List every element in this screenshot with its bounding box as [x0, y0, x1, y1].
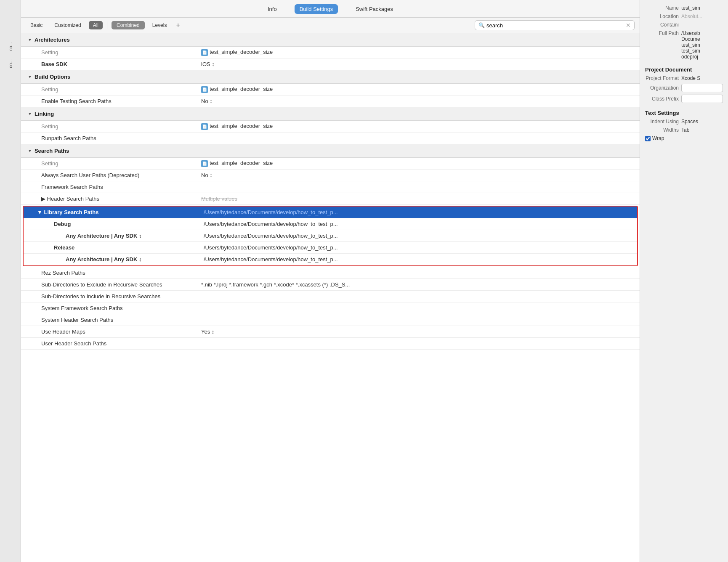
any-arch-sdk-release-label: Any Architecture | Any SDK ↕: [24, 256, 200, 262]
table-row[interactable]: Release /Users/bytedance/Documents/devel…: [24, 242, 637, 254]
enable-testing-value: No ↕: [198, 98, 640, 104]
framework-search-label: Framework Search Paths: [21, 184, 198, 190]
table-row[interactable]: System Framework Search Paths: [21, 302, 640, 314]
filter-divider: [107, 21, 107, 29]
table-row[interactable]: System Header Search Paths: [21, 314, 640, 326]
build-setting-label: Setting: [21, 86, 198, 93]
location-row: Location Absolut...: [645, 13, 723, 19]
table-row[interactable]: Use Header Maps Yes ↕: [21, 326, 640, 338]
class-prefix-label: Class Prefix: [645, 96, 679, 102]
section-build-options-title: Build Options: [35, 74, 70, 80]
subdir-include-label: Sub-Directories to Include in Recursive …: [21, 293, 198, 300]
library-search-paths-section: ▼ Library Search Paths /Users/bytedance/…: [23, 206, 638, 266]
widths-row: Widths Tab: [645, 127, 723, 133]
header-search-value: Multiple values: [198, 196, 640, 202]
section-architectures[interactable]: ▼ Architectures: [21, 33, 640, 47]
table-row[interactable]: ▶ Header Search Paths Multiple values: [21, 193, 640, 205]
library-search-paths-value: /Users/bytedance/Documents/develop/how_t…: [200, 209, 637, 215]
tab-label: Tab: [681, 127, 723, 133]
project-format-row: Project Format Xcode S: [645, 75, 723, 81]
tab-build-settings[interactable]: Build Settings: [295, 4, 338, 14]
tab-info[interactable]: Info: [263, 4, 282, 14]
filter-combined[interactable]: Combined: [112, 21, 145, 29]
name-row: Name test_sim: [645, 5, 723, 11]
project-format-value: Xcode S: [681, 75, 723, 81]
add-filter-button[interactable]: +: [174, 21, 181, 29]
section-search-paths[interactable]: ▼ Search Paths: [21, 144, 640, 158]
organization-row: Organization: [645, 84, 723, 92]
always-search-label: Always Search User Paths (Deprecated): [21, 172, 198, 178]
debug-label: Debug: [24, 221, 200, 227]
tab-swift-packages[interactable]: Swift Packages: [351, 4, 398, 14]
sp-setting-value: 📄test_simple_decoder_size: [198, 160, 640, 167]
link-setting-label: Setting: [21, 123, 198, 130]
table-row[interactable]: Debug /Users/bytedance/Documents/develop…: [24, 218, 637, 230]
header-search-label: ▶ Header Search Paths: [21, 196, 198, 202]
table-row[interactable]: Any Architecture | Any SDK ↕ /Users/byte…: [24, 254, 637, 265]
section-build-options[interactable]: ▼ Build Options: [21, 70, 640, 84]
table-row[interactable]: Runpath Search Paths: [21, 133, 640, 144]
always-search-value: No ↕: [198, 172, 640, 178]
settings-area: ▼ Architectures Setting 📄test_simple_dec…: [21, 33, 640, 562]
filter-bar: Basic Customized All Combined Levels + 🔍…: [21, 18, 640, 33]
section-linking[interactable]: ▼ Linking: [21, 107, 640, 121]
table-row[interactable]: Framework Search Paths: [21, 181, 640, 193]
table-row[interactable]: Base SDK iOS ↕: [21, 58, 640, 70]
filter-customized[interactable]: Customized: [50, 21, 85, 29]
filter-basic[interactable]: Basic: [26, 21, 47, 29]
sidebar-item-2[interactable]: co...: [8, 59, 13, 68]
use-header-maps-label: Use Header Maps: [21, 329, 198, 335]
chevron-down-icon: ▼: [28, 148, 32, 153]
file-icon: 📄: [201, 160, 208, 167]
filter-levels[interactable]: Levels: [148, 21, 171, 29]
base-sdk-value: iOS ↕: [198, 61, 640, 67]
section-search-paths-title: Search Paths: [35, 148, 69, 154]
sidebar-item-1[interactable]: co...: [8, 42, 13, 51]
table-row[interactable]: Any Architecture | Any SDK ↕ /Users/byte…: [24, 230, 637, 242]
table-row[interactable]: User Header Search Paths: [21, 338, 640, 350]
build-setting-value: 📄test_simple_decoder_size: [198, 86, 640, 93]
arch-setting-label: Setting: [21, 49, 198, 56]
table-row: Setting 📄test_simple_decoder_size: [21, 158, 640, 170]
filter-all[interactable]: All: [89, 21, 103, 29]
link-setting-value: 📄test_simple_decoder_size: [198, 123, 640, 130]
search-input[interactable]: [486, 22, 626, 29]
wrap-checkbox[interactable]: [645, 136, 651, 141]
class-prefix-row: Class Prefix: [645, 95, 723, 103]
any-arch-sdk-release-value: /Users/bytedance/Documents/develop/how_t…: [200, 256, 637, 262]
rez-search-label: Rez Search Paths: [21, 270, 198, 276]
table-row[interactable]: Enable Testing Search Paths No ↕: [21, 95, 640, 107]
library-search-paths-header-row[interactable]: ▼ Library Search Paths /Users/bytedance/…: [24, 207, 637, 218]
container-row: Containi: [645, 22, 723, 28]
table-row[interactable]: Sub-Directories to Include in Recursive …: [21, 291, 640, 302]
enable-testing-label: Enable Testing Search Paths: [21, 98, 198, 104]
full-path-row: Full Path /Users/bDocumetest_simtest_sim…: [645, 30, 723, 60]
file-icon: 📄: [201, 49, 208, 56]
arch-setting-value: 📄test_simple_decoder_size: [198, 49, 640, 56]
sp-setting-label: Setting: [21, 160, 198, 167]
indent-using-row: Indent Using Spaces: [645, 119, 723, 125]
table-row[interactable]: Sub-Directories to Exclude in Recursive …: [21, 279, 640, 291]
project-document-title: Project Document: [645, 66, 723, 73]
table-row[interactable]: Always Search User Paths (Deprecated) No…: [21, 170, 640, 181]
widths-label: Widths: [645, 127, 679, 133]
right-panel: Name test_sim Location Absolut... Contai…: [640, 0, 728, 562]
wrap-row: Wrap: [645, 135, 723, 141]
search-clear-icon[interactable]: ✕: [626, 22, 631, 29]
chevron-down-icon: ▼: [28, 37, 32, 42]
any-arch-sdk-debug-value: /Users/bytedance/Documents/develop/how_t…: [200, 233, 637, 239]
table-row: Setting 📄test_simple_decoder_size: [21, 47, 640, 58]
library-search-paths-label: ▼ Library Search Paths: [24, 209, 200, 215]
section-architectures-title: Architectures: [35, 37, 70, 43]
subdir-exclude-value: *.nib *.lproj *.framework *.gch *.xcode*…: [198, 281, 640, 288]
any-arch-sdk-debug-label: Any Architecture | Any SDK ↕: [24, 233, 200, 239]
name-value: test_sim: [681, 5, 723, 11]
file-icon: 📄: [201, 86, 208, 93]
table-row[interactable]: Rez Search Paths: [21, 267, 640, 279]
full-path-value: /Users/bDocumetest_simtest_simodeproj: [681, 30, 723, 60]
organization-input[interactable]: [681, 84, 723, 92]
class-prefix-input[interactable]: [681, 95, 723, 103]
tab-bar: Info Build Settings Swift Packages: [21, 0, 640, 18]
indent-using-value: Spaces: [681, 119, 723, 125]
sidebar: co... co...: [0, 0, 21, 562]
